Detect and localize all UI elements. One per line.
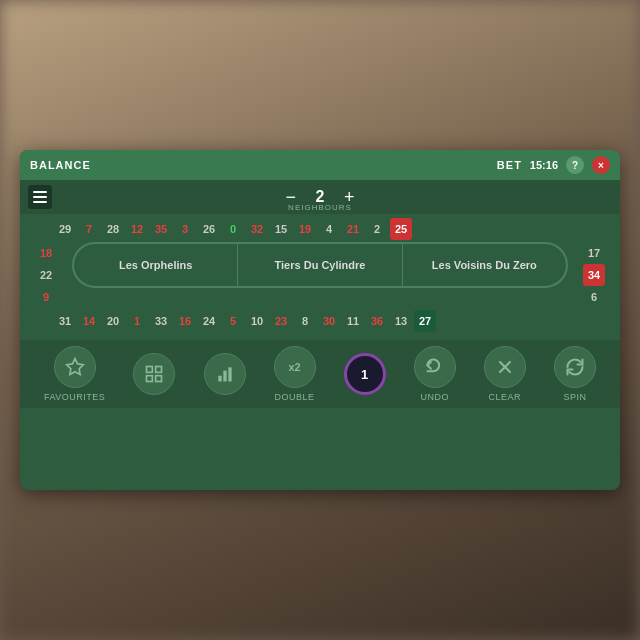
clear-item: CLEAR xyxy=(484,346,526,402)
balance-label: BALANCE xyxy=(30,159,91,171)
star-icon xyxy=(65,357,85,377)
double-item: x2 DOUBLE xyxy=(274,346,316,402)
num-33[interactable]: 33 xyxy=(150,310,172,332)
svg-marker-0 xyxy=(66,359,83,375)
toolbar: − 2 + NEIGHBOURS xyxy=(20,180,620,214)
double-text: DOUBLE xyxy=(275,392,315,402)
menu-icon xyxy=(33,201,47,203)
stats-item xyxy=(204,353,246,395)
num-21[interactable]: 21 xyxy=(342,218,364,240)
num-11[interactable]: 11 xyxy=(342,310,364,332)
les-voisins-du-zero-button[interactable]: Les Voisins Du Zero xyxy=(403,244,566,286)
racetrack-button[interactable] xyxy=(133,353,175,395)
les-orphelins-button[interactable]: Les Orphelins xyxy=(74,244,238,286)
menu-button[interactable] xyxy=(28,185,52,209)
menu-icon xyxy=(33,196,47,198)
neighbours-label: NEIGHBOURS xyxy=(288,203,352,212)
num-13[interactable]: 13 xyxy=(390,310,412,332)
num-3[interactable]: 3 xyxy=(174,218,196,240)
num-24[interactable]: 24 xyxy=(198,310,220,332)
num-19[interactable]: 19 xyxy=(294,218,316,240)
svg-rect-4 xyxy=(156,376,162,382)
num-28[interactable]: 28 xyxy=(102,218,124,240)
clear-icon xyxy=(495,357,515,377)
header-left: BALANCE xyxy=(30,159,91,171)
header-right: BET 15:16 ? × xyxy=(497,156,610,174)
favourites-label: FAVOURITES xyxy=(44,392,105,402)
stats-button[interactable] xyxy=(204,353,246,395)
num-17[interactable]: 17 xyxy=(583,242,605,264)
clock-display: 15:16 xyxy=(530,159,558,171)
undo-item: UNDO xyxy=(414,346,456,402)
num-12[interactable]: 12 xyxy=(126,218,148,240)
num-27[interactable]: 27 xyxy=(414,310,436,332)
num-31[interactable]: 31 xyxy=(54,310,76,332)
svg-rect-3 xyxy=(147,376,153,382)
num-4[interactable]: 4 xyxy=(318,218,340,240)
num-36[interactable]: 36 xyxy=(366,310,388,332)
num-0[interactable]: 0 xyxy=(222,218,244,240)
num-29[interactable]: 29 xyxy=(54,218,76,240)
num-18[interactable]: 18 xyxy=(35,242,57,264)
num-7[interactable]: 7 xyxy=(78,218,100,240)
num-35[interactable]: 35 xyxy=(150,218,172,240)
num-2[interactable]: 2 xyxy=(366,218,388,240)
num-1[interactable]: 1 xyxy=(126,310,148,332)
chip-value: 1 xyxy=(361,367,368,382)
action-bar: FAVOURITES xyxy=(20,340,620,408)
bottom-numbers-row: 31 14 20 1 33 16 24 5 10 23 8 30 11 36 1… xyxy=(30,310,610,332)
num-5[interactable]: 5 xyxy=(222,310,244,332)
double-label: x2 xyxy=(288,361,300,373)
svg-rect-1 xyxy=(147,367,153,373)
num-16[interactable]: 16 xyxy=(174,310,196,332)
num-9[interactable]: 9 xyxy=(35,286,57,308)
racetrack-item xyxy=(133,353,175,395)
num-14[interactable]: 14 xyxy=(78,310,100,332)
clear-button[interactable] xyxy=(484,346,526,388)
favourites-button[interactable] xyxy=(54,346,96,388)
spin-label: SPIN xyxy=(563,392,586,402)
close-button[interactable]: × xyxy=(592,156,610,174)
double-button[interactable]: x2 xyxy=(274,346,316,388)
tiers-du-cylindre-button[interactable]: Tiers Du Cylindre xyxy=(238,244,402,286)
chart-icon xyxy=(215,364,235,384)
svg-rect-6 xyxy=(223,371,226,382)
spin-item: SPIN xyxy=(554,346,596,402)
favourites-item: FAVOURITES xyxy=(44,346,105,402)
spin-icon xyxy=(565,357,585,377)
clear-label: CLEAR xyxy=(489,392,522,402)
num-20[interactable]: 20 xyxy=(102,310,124,332)
spin-button[interactable] xyxy=(554,346,596,388)
oval-sections: Les Orphelins Tiers Du Cylindre Les Vois… xyxy=(72,242,568,288)
game-container: BALANCE BET 15:16 ? × − 2 + NEIGHBOURS xyxy=(20,150,620,490)
bet-label: BET xyxy=(497,159,522,171)
help-button[interactable]: ? xyxy=(566,156,584,174)
num-6[interactable]: 6 xyxy=(583,286,605,308)
undo-button[interactable] xyxy=(414,346,456,388)
header: BALANCE BET 15:16 ? × xyxy=(20,150,620,180)
num-34[interactable]: 34 xyxy=(583,264,605,286)
menu-icon xyxy=(33,191,47,193)
undo-icon xyxy=(425,357,445,377)
num-23[interactable]: 23 xyxy=(270,310,292,332)
roulette-track: 29 7 28 12 35 3 26 0 32 15 19 4 21 2 25 … xyxy=(20,214,620,336)
svg-rect-2 xyxy=(156,367,162,373)
svg-rect-5 xyxy=(218,376,221,382)
num-8[interactable]: 8 xyxy=(294,310,316,332)
svg-rect-7 xyxy=(228,367,231,381)
num-32[interactable]: 32 xyxy=(246,218,268,240)
num-25[interactable]: 25 xyxy=(390,218,412,240)
chip-button[interactable]: 1 xyxy=(344,353,386,395)
num-26[interactable]: 26 xyxy=(198,218,220,240)
chip-item: 1 xyxy=(344,353,386,395)
num-15[interactable]: 15 xyxy=(270,218,292,240)
num-30[interactable]: 30 xyxy=(318,310,340,332)
undo-label: UNDO xyxy=(421,392,450,402)
num-22[interactable]: 22 xyxy=(35,264,57,286)
top-numbers-row: 29 7 28 12 35 3 26 0 32 15 19 4 21 2 25 xyxy=(30,218,610,240)
grid-icon xyxy=(144,364,164,384)
num-10[interactable]: 10 xyxy=(246,310,268,332)
